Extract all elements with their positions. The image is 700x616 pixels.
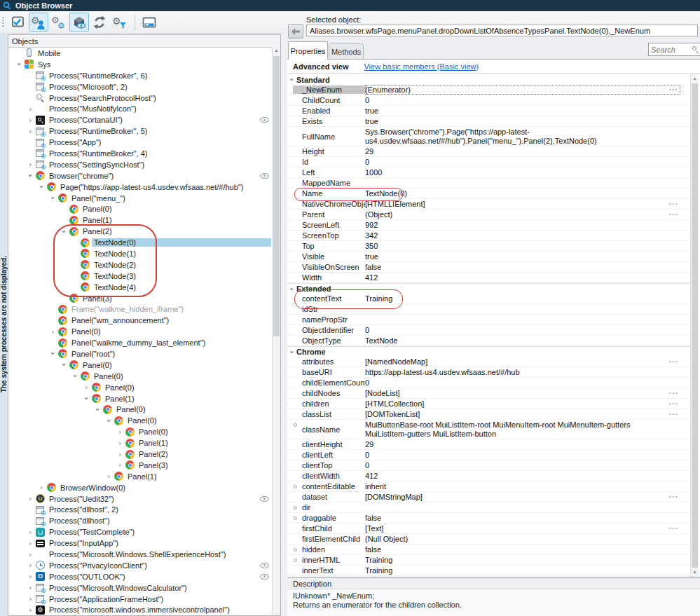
show-invisible-objects-button[interactable] — [69, 13, 89, 32]
ellipsis-button[interactable]: ··· — [669, 199, 678, 210]
tree-item[interactable]: Process("SettingSyncHost") — [8, 159, 280, 170]
expander-open-icon[interactable] — [71, 371, 81, 381]
expander-open-icon[interactable] — [15, 60, 25, 69]
property-row[interactable]: innerHTMLTraining — [287, 555, 690, 566]
property-row[interactable]: dataset[DOMStringMap]··· — [287, 492, 690, 502]
ellipsis-button[interactable]: ··· — [669, 409, 678, 420]
expander-closed-icon[interactable] — [116, 460, 125, 470]
expander-open-icon[interactable] — [38, 182, 47, 191]
property-group-header[interactable]: Chrome — [287, 346, 690, 357]
property-row[interactable]: baseURIhttps://app-latest-us4.usdev.wfsa… — [287, 367, 690, 378]
tree-item[interactable]: Panel(0) — [8, 415, 280, 426]
grid-scrollbar[interactable]: ▲ ▼ — [690, 74, 699, 577]
tree-scrollbar-thumb[interactable] — [273, 56, 280, 336]
tree-item[interactable]: Process("CortanaUI") — [8, 114, 280, 125]
tree-item[interactable]: Process("RuntimeBroker", 6) — [8, 70, 280, 81]
property-row[interactable]: _NewEnum(Enumerator)··· — [287, 85, 690, 95]
property-group-header[interactable]: Standard — [287, 74, 690, 85]
property-row[interactable]: idStr — [287, 304, 690, 315]
expander-closed-icon[interactable] — [105, 472, 114, 481]
tree-item[interactable]: Process("PrivacyIconClient") — [8, 560, 280, 571]
expander-closed-icon[interactable] — [27, 572, 36, 581]
ellipsis-button[interactable]: ··· — [669, 85, 678, 95]
tree-item[interactable]: Panel("walkme_dummy_last_element") — [8, 337, 280, 348]
expander-open-icon[interactable] — [49, 349, 58, 358]
expander-closed-icon[interactable] — [27, 550, 36, 559]
property-row[interactable]: childElementCount0 — [287, 378, 690, 388]
expander-open-icon[interactable] — [94, 405, 103, 414]
object-properties-button[interactable]: ⚙⚙ — [49, 13, 69, 32]
property-row[interactable]: Height29 — [287, 146, 690, 157]
tree-item[interactable]: Process("dllhost", 2) — [8, 505, 280, 516]
property-row[interactable]: Visibletrue — [287, 252, 690, 262]
tree-item[interactable]: Panel(0) — [8, 371, 280, 382]
expander-open-icon[interactable] — [27, 171, 36, 180]
tree-item[interactable]: Panel(0) — [8, 203, 280, 214]
tree-item[interactable]: Panel(0) — [8, 382, 280, 393]
tree-item[interactable]: Process("RuntimeBroker", 4) — [8, 148, 280, 159]
expander-closed-icon[interactable] — [116, 450, 125, 459]
filter-button[interactable]: ⚙ — [110, 13, 130, 32]
scroll-up-icon[interactable]: ▲ — [273, 47, 280, 55]
eye-icon[interactable] — [260, 496, 269, 502]
grid-scrollbar-thumb[interactable] — [692, 83, 698, 568]
tree-item[interactable]: Process("ApplicationFrameHost") — [8, 594, 280, 605]
property-row[interactable]: ObjectIdentifier0 — [287, 325, 690, 336]
tree-item[interactable]: TextNode(3) — [8, 271, 280, 282]
tree-item[interactable]: Panel("root") — [8, 348, 280, 360]
eye-icon[interactable] — [260, 563, 269, 568]
tree-item[interactable]: Panel(1) — [8, 437, 280, 449]
expander-closed-icon[interactable] — [27, 561, 36, 570]
property-row[interactable]: contentTextTraining — [287, 294, 690, 304]
tree-item[interactable]: BrowserWindow(0) — [8, 482, 280, 493]
tree-item[interactable]: Panel(0) — [8, 426, 280, 437]
expander-open-icon[interactable] — [60, 360, 69, 369]
property-row[interactable]: children[HTMLCollection]··· — [287, 399, 690, 409]
expander-closed-icon[interactable] — [27, 127, 36, 136]
dock-panel-button[interactable] — [139, 13, 159, 32]
property-row[interactable]: innerTextTraining — [287, 566, 690, 576]
property-row[interactable]: Existstrue — [287, 116, 690, 127]
property-row[interactable]: dir — [287, 502, 690, 513]
expander-closed-icon[interactable] — [27, 116, 36, 125]
property-row[interactable]: Enabledtrue — [287, 106, 690, 116]
tree-item[interactable]: Process("microsoft.windows.immersivecont… — [8, 605, 280, 615]
expander-closed-icon[interactable] — [27, 594, 36, 603]
expander-closed-icon[interactable] — [27, 160, 36, 169]
tree-item[interactable]: Panel(3) — [8, 293, 280, 304]
tree-item[interactable]: Process("Microsoft.WindowsCalculator") — [8, 582, 280, 594]
expander-closed-icon[interactable] — [27, 104, 36, 114]
expander-closed-icon[interactable] — [27, 494, 36, 503]
scroll-up-icon[interactable]: ▲ — [691, 74, 699, 83]
tree-item[interactable]: TextNode(4) — [8, 282, 280, 293]
property-row[interactable]: childNodes[NodeList]··· — [287, 388, 690, 399]
tree-item[interactable]: Panel(0) — [8, 404, 280, 416]
property-row[interactable]: ObjectTypeTextNode — [287, 336, 690, 346]
property-row[interactable]: Id0 — [287, 157, 690, 167]
property-row[interactable]: ScreenTop342 — [287, 231, 690, 241]
property-row[interactable]: Parent(Object)··· — [287, 210, 690, 220]
expander-closed-icon[interactable] — [27, 528, 36, 537]
property-row[interactable]: Left1000 — [287, 167, 690, 178]
tree-item[interactable]: Process("TestComplete") — [8, 526, 280, 538]
property-row[interactable]: firstElementChild(Null Object) — [287, 534, 690, 545]
eye-icon[interactable] — [260, 574, 269, 580]
property-row[interactable]: hiddenfalse — [287, 545, 690, 555]
toolbar-grip[interactable] — [2, 16, 4, 28]
tree-item[interactable]: TextNode(2) — [8, 259, 280, 271]
expander-open-icon[interactable] — [60, 227, 69, 236]
tab-properties[interactable]: Properties — [288, 41, 328, 60]
tree-item[interactable]: Browser("chrome") — [8, 170, 280, 182]
tree-item[interactable]: Frame("walkme_hidden_iframe") — [8, 303, 280, 315]
expander-closed-icon[interactable] — [49, 327, 58, 336]
property-row[interactable]: clientLeft0 — [287, 450, 690, 460]
basic-view-link[interactable]: View basic members (Basic view) — [364, 62, 479, 71]
expander-open-icon[interactable] — [105, 416, 114, 425]
search-input[interactable] — [649, 46, 692, 54]
property-row[interactable]: ChildCount0 — [287, 95, 690, 106]
property-row[interactable]: NativeChromeObject[HTMLLIElement]··· — [287, 199, 690, 210]
ellipsis-button[interactable]: ··· — [669, 399, 678, 409]
tree-item[interactable]: TextNode(1) — [8, 248, 280, 259]
expander-closed-icon[interactable] — [27, 583, 36, 592]
property-row[interactable]: clientWidth412 — [287, 471, 690, 481]
